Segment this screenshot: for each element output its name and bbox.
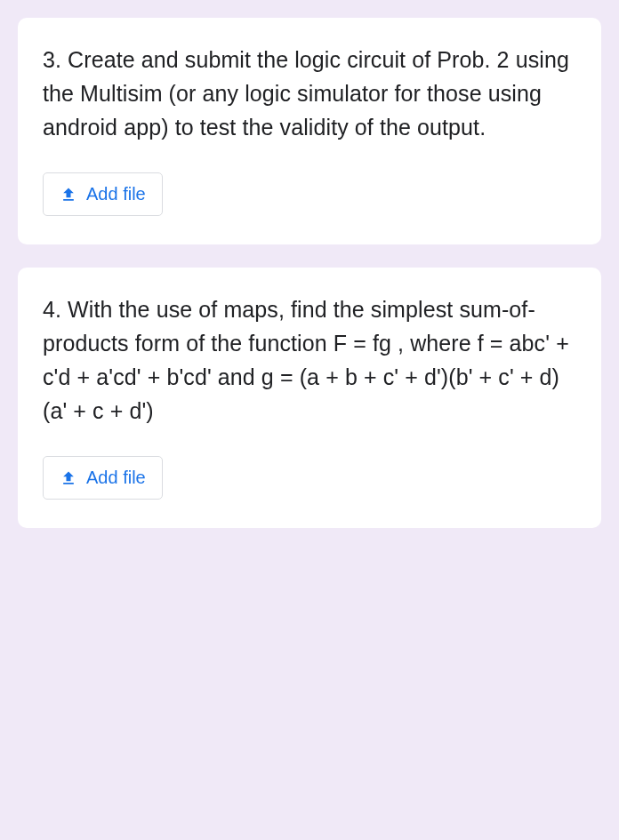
- question-text: 3. Create and submit the logic circuit o…: [43, 43, 576, 144]
- question-card: 3. Create and submit the logic circuit o…: [18, 18, 601, 244]
- upload-icon: [60, 186, 77, 204]
- question-card: 4. With the use of maps, find the simple…: [18, 268, 601, 528]
- add-file-label: Add file: [86, 184, 146, 204]
- add-file-button[interactable]: Add file: [43, 456, 163, 500]
- question-text: 4. With the use of maps, find the simple…: [43, 292, 576, 428]
- upload-icon: [60, 469, 77, 487]
- add-file-button[interactable]: Add file: [43, 172, 163, 216]
- add-file-label: Add file: [86, 468, 146, 488]
